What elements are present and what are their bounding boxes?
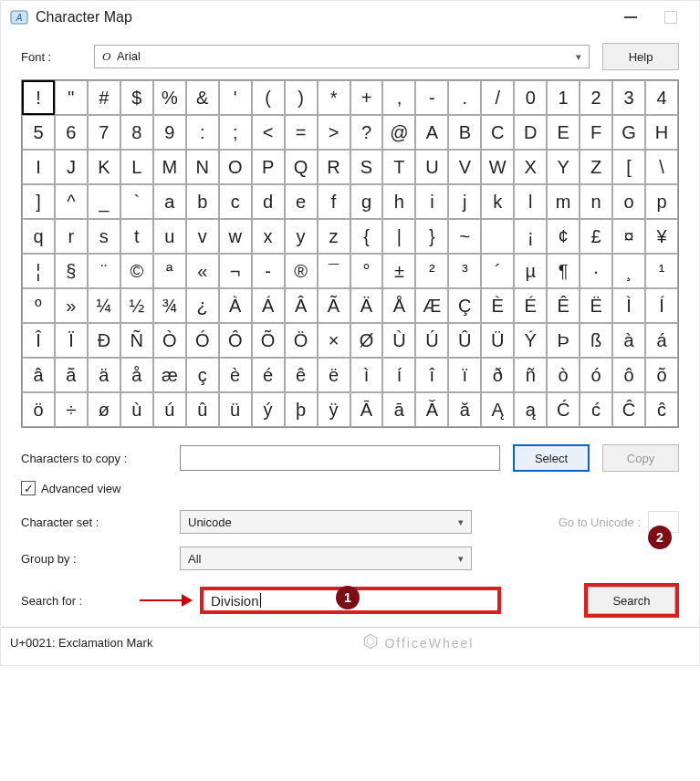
char-cell[interactable]: K xyxy=(88,150,120,184)
char-cell[interactable]: { xyxy=(350,219,383,254)
char-cell[interactable]: ¿ xyxy=(186,288,219,323)
char-cell[interactable]: | xyxy=(382,219,415,254)
char-cell[interactable]: k xyxy=(481,184,514,219)
char-cell[interactable]: < xyxy=(252,115,285,150)
char-cell[interactable]: ¶ xyxy=(547,254,580,288)
char-cell[interactable]: ć xyxy=(580,392,612,427)
char-cell[interactable]: ¼ xyxy=(88,288,120,323)
char-cell[interactable]: i xyxy=(415,184,448,219)
char-cell[interactable]: : xyxy=(186,115,219,150)
char-cell[interactable]: ¹ xyxy=(645,254,678,288)
char-cell[interactable]: ÷ xyxy=(55,392,88,427)
char-cell[interactable]: P xyxy=(252,150,285,184)
char-cell[interactable]: Ì xyxy=(612,288,645,323)
char-cell[interactable]: Ã xyxy=(318,288,350,323)
char-cell[interactable]: ó xyxy=(580,358,612,392)
char-cell[interactable]: c xyxy=(219,184,252,219)
char-cell[interactable]: M xyxy=(153,150,186,184)
char-cell[interactable]: Ð xyxy=(88,323,120,358)
char-cell[interactable]: ä xyxy=(88,358,120,392)
char-cell[interactable]: B xyxy=(448,115,481,150)
char-cell[interactable]: · xyxy=(580,254,612,288)
char-cell[interactable]: y xyxy=(285,219,318,254)
char-cell[interactable]: à xyxy=(612,323,645,358)
char-cell[interactable]: 7 xyxy=(88,115,120,150)
char-cell[interactable]: 9 xyxy=(153,115,186,150)
char-cell[interactable]: ± xyxy=(382,254,415,288)
char-cell[interactable]: J xyxy=(55,150,88,184)
char-cell[interactable]: E xyxy=(547,115,580,150)
char-cell[interactable]: V xyxy=(448,150,481,184)
char-cell[interactable]: Á xyxy=(252,288,285,323)
char-cell[interactable]: Ć xyxy=(547,392,580,427)
char-cell[interactable]: - xyxy=(415,80,448,115)
char-cell[interactable]: µ xyxy=(514,254,547,288)
char-cell[interactable]: n xyxy=(580,184,612,219)
char-cell[interactable]: b xyxy=(186,184,219,219)
char-cell[interactable]: Ê xyxy=(547,288,580,323)
char-cell[interactable]: ¤ xyxy=(612,219,645,254)
char-cell[interactable]: 0 xyxy=(514,80,547,115)
char-cell[interactable]: U xyxy=(415,150,448,184)
char-cell[interactable]: ¨ xyxy=(88,254,120,288)
char-cell[interactable]: É xyxy=(514,288,547,323)
char-cell[interactable]: û xyxy=(186,392,219,427)
font-select[interactable]: O Arial ▾ xyxy=(94,45,590,68)
char-cell[interactable]: ñ xyxy=(514,358,547,392)
char-cell[interactable]: ã xyxy=(55,358,88,392)
char-cell[interactable]: " xyxy=(55,80,88,115)
groupby-select[interactable]: All ▾ xyxy=(180,547,472,570)
char-cell[interactable]: Ú xyxy=(415,323,448,358)
char-cell[interactable]: ° xyxy=(350,254,383,288)
char-cell[interactable]: Ç xyxy=(448,288,481,323)
char-cell[interactable]: Q xyxy=(285,150,318,184)
char-cell[interactable]: ² xyxy=(415,254,448,288)
char-cell[interactable]: w xyxy=(219,219,252,254)
char-cell[interactable]: / xyxy=(481,80,514,115)
char-cell[interactable]: Ý xyxy=(514,323,547,358)
char-cell[interactable] xyxy=(481,219,514,254)
char-cell[interactable]: ö xyxy=(22,392,55,427)
charset-select[interactable]: Unicode ▾ xyxy=(180,510,472,534)
char-cell[interactable]: ô xyxy=(612,358,645,392)
char-cell[interactable]: s xyxy=(88,219,120,254)
char-cell[interactable]: Ô xyxy=(219,323,252,358)
char-cell[interactable]: . xyxy=(448,80,481,115)
char-cell[interactable]: ½ xyxy=(120,288,153,323)
char-cell[interactable]: g xyxy=(350,184,383,219)
char-cell[interactable]: [ xyxy=(612,150,645,184)
char-cell[interactable]: Ï xyxy=(55,323,88,358)
char-cell[interactable]: l xyxy=(514,184,547,219)
char-cell[interactable]: t xyxy=(120,219,153,254)
char-cell[interactable]: ¦ xyxy=(22,254,55,288)
char-cell[interactable]: Ĉ xyxy=(612,392,645,427)
char-cell[interactable]: 2 xyxy=(580,80,612,115)
char-cell[interactable]: ï xyxy=(448,358,481,392)
char-cell[interactable]: e xyxy=(285,184,318,219)
char-cell[interactable]: Þ xyxy=(547,323,580,358)
char-cell[interactable]: þ xyxy=(285,392,318,427)
char-cell[interactable]: j xyxy=(448,184,481,219)
char-cell[interactable]: ù xyxy=(120,392,153,427)
char-cell[interactable]: r xyxy=(55,219,88,254)
char-cell[interactable]: L xyxy=(120,150,153,184)
char-cell[interactable]: 5 xyxy=(22,115,55,150)
char-cell[interactable]: æ xyxy=(153,358,186,392)
char-cell[interactable]: » xyxy=(55,288,88,323)
char-cell[interactable]: , xyxy=(382,80,415,115)
char-cell[interactable]: ¾ xyxy=(153,288,186,323)
char-cell[interactable]: Ù xyxy=(382,323,415,358)
char-cell[interactable]: ø xyxy=(88,392,120,427)
char-cell[interactable]: ā xyxy=(382,392,415,427)
char-cell[interactable]: } xyxy=(415,219,448,254)
char-cell[interactable]: ¡ xyxy=(514,219,547,254)
char-cell[interactable]: S xyxy=(350,150,383,184)
char-cell[interactable]: é xyxy=(252,358,285,392)
char-cell[interactable]: o xyxy=(612,184,645,219)
char-cell[interactable]: © xyxy=(120,254,153,288)
char-cell[interactable]: ] xyxy=(22,184,55,219)
char-cell[interactable]: Ā xyxy=(350,392,383,427)
char-cell[interactable]: Ó xyxy=(186,323,219,358)
char-cell[interactable]: X xyxy=(514,150,547,184)
maximize-icon[interactable] xyxy=(664,11,677,24)
